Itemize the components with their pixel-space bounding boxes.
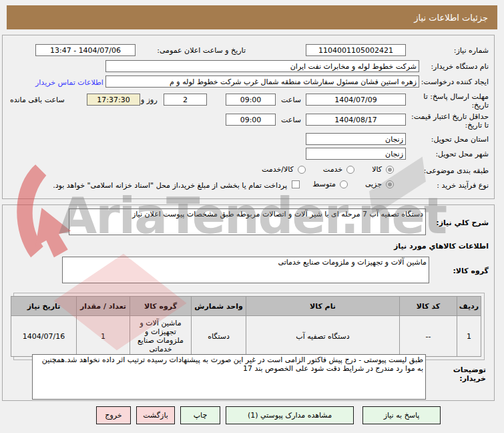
remaining-time-field[interactable] — [87, 94, 140, 106]
buyer-notes-textarea[interactable]: طبق لیست پیوستی - درج پیش فاکتور الزامی … — [32, 354, 426, 400]
cell-goods-code: -- — [400, 316, 457, 357]
remaining-days-field[interactable] — [164, 94, 207, 106]
radio-option-goods-service[interactable]: کالا/خدمت — [262, 165, 306, 174]
treasury-checkbox[interactable] — [292, 180, 300, 188]
goods-table: ردیف کد کالا نام کالا واحد شمارش گروه کا… — [11, 296, 481, 357]
cell-goods-name: دستگاه تصفیه آب — [246, 316, 400, 357]
creator-label: ایجاد کننده درخواست: — [421, 78, 489, 86]
general-description-textarea[interactable]: دستگاه تصفیه آب 7 مرحله ای با شیر آلات و… — [69, 208, 426, 235]
remaining-label: ساعت باقی مانده — [10, 96, 65, 104]
need-info-panel: شماره نیاز: تاریخ و ساعت اعلان عمومی: نا… — [2, 35, 495, 199]
radio-option-medium[interactable]: متوسط — [312, 180, 348, 188]
city-field[interactable] — [306, 148, 406, 160]
announce-label: تاریخ و ساعت اعلان عمومی: — [157, 46, 246, 55]
deadline-time-field[interactable] — [226, 94, 276, 106]
radio-icon[interactable] — [298, 166, 306, 174]
need-detail-panel: شرح کلي نیاز: دستگاه تصفیه آب 7 مرحله ای… — [2, 204, 495, 401]
general-description-label: شرح کلي نیاز: — [436, 219, 489, 227]
radio-icon[interactable] — [346, 166, 354, 174]
radio-selected-icon[interactable] — [386, 166, 394, 174]
cell-row-number: 1 — [457, 316, 481, 357]
reply-to-need-button[interactable]: پاسخ به نیاز — [362, 406, 441, 424]
radio-option-label: متوسط — [312, 180, 336, 188]
cell-unit: دستگاه — [192, 316, 246, 357]
button-label: پاسخ به نیاز — [384, 411, 420, 420]
validity-label: حداقل تاریخ اعتبار قیمت: تا تاریخ: — [410, 112, 489, 130]
goods-table-header-row: ردیف کد کالا نام کالا واحد شمارش گروه کا… — [11, 297, 481, 316]
buyer-org-field[interactable] — [105, 60, 419, 72]
cell-group: ماشین آلات و تجهیزات و ملزومات صنایع خدم… — [130, 316, 192, 357]
goods-group-label: گروه کالا: — [453, 267, 489, 275]
goods-group-textarea[interactable]: ماشین آلات و تجهیزات و ملزومات صنایع خدم… — [62, 257, 429, 283]
classification-label: طبقه بندی موضوعی: — [424, 166, 489, 175]
need-number-field[interactable] — [306, 44, 406, 56]
radio-option-label: کالا/خدمت — [262, 165, 294, 174]
city-label: شهر محل تحویل: — [435, 150, 489, 158]
radio-option-label: جزیی — [365, 180, 382, 188]
page-title-bar: جزئیات اطلاعات نیاز — [7, 5, 497, 29]
days-label: روز و — [141, 96, 158, 104]
table-row: 1 -- دستگاه تصفیه آب دستگاه ماشین آلات و… — [11, 316, 481, 357]
col-header-goods-code: کد کالا — [400, 297, 457, 316]
validity-date-field[interactable] — [306, 114, 406, 126]
button-label: مشاهده مدارک پیوستي (1) — [248, 411, 332, 420]
radio-option-label: کالا — [372, 165, 382, 174]
deadline-hour-label: ساعت — [281, 96, 301, 104]
deadline-date-field[interactable] — [306, 94, 406, 106]
button-label: بازگشت — [143, 411, 168, 420]
cell-quantity: 1 — [77, 316, 130, 357]
radio-option-label: خدمت — [323, 165, 342, 174]
col-header-need-date: تاریخ نیاز — [11, 297, 77, 316]
radio-selected-icon[interactable] — [386, 180, 394, 188]
announce-datetime-field[interactable] — [35, 44, 136, 56]
province-label: استان محل تحویل: — [431, 135, 489, 144]
col-header-group: گروه کالا — [130, 297, 192, 316]
validity-time-field[interactable] — [226, 114, 276, 126]
radio-icon[interactable] — [340, 180, 348, 188]
view-attachments-button[interactable]: مشاهده مدارک پیوستي (1) — [226, 406, 354, 424]
process-type-label: نوع فرآیند خرید : — [437, 181, 489, 190]
need-number-label: شماره نیاز: — [454, 46, 489, 55]
button-label: چاپ — [194, 411, 208, 420]
buyer-notes-label: توضیحات خریدار: — [445, 366, 486, 383]
radio-option-minor[interactable]: جزیی — [365, 180, 394, 188]
treasury-checkbox-label: پرداخت تمام یا بخشی از مبلغ خرید،از محل … — [53, 181, 287, 190]
exit-button[interactable]: خروج — [96, 406, 131, 424]
goods-info-heading: اطلاعات کالاهاي مورد نیاز — [394, 242, 489, 251]
buyer-org-label: نام دستگاه خریدار: — [431, 62, 489, 71]
button-label: خروج — [105, 411, 121, 420]
creator-field[interactable] — [105, 76, 419, 88]
buyer-contact-link[interactable]: اطلاعات تماس خریدار — [35, 78, 103, 87]
province-field[interactable] — [306, 133, 406, 145]
goods-table-container: ردیف کد کالا نام کالا واحد شمارش گروه کا… — [13, 293, 485, 360]
col-header-quantity: تعداد / مقدار — [77, 297, 130, 316]
radio-option-goods[interactable]: کالا — [372, 165, 394, 174]
deadline-label: مهلت ارسال پاسخ: تا تاریخ: — [410, 92, 489, 110]
validity-hour-label: ساعت — [281, 116, 301, 124]
process-radio-group: جزیی متوسط — [312, 180, 394, 188]
col-header-unit: واحد شمارش — [192, 297, 246, 316]
print-button[interactable]: چاپ — [180, 406, 220, 424]
col-header-row-number: ردیف — [457, 297, 481, 316]
radio-option-service[interactable]: خدمت — [323, 165, 354, 174]
col-header-goods-name: نام کالا — [246, 297, 400, 316]
classification-radio-group: کالا خدمت کالا/خدمت — [262, 165, 394, 174]
cell-need-date: 1404/07/16 — [11, 316, 77, 357]
page-title: جزئیات اطلاعات نیاز — [414, 13, 488, 23]
back-button[interactable]: بازگشت — [136, 406, 175, 424]
